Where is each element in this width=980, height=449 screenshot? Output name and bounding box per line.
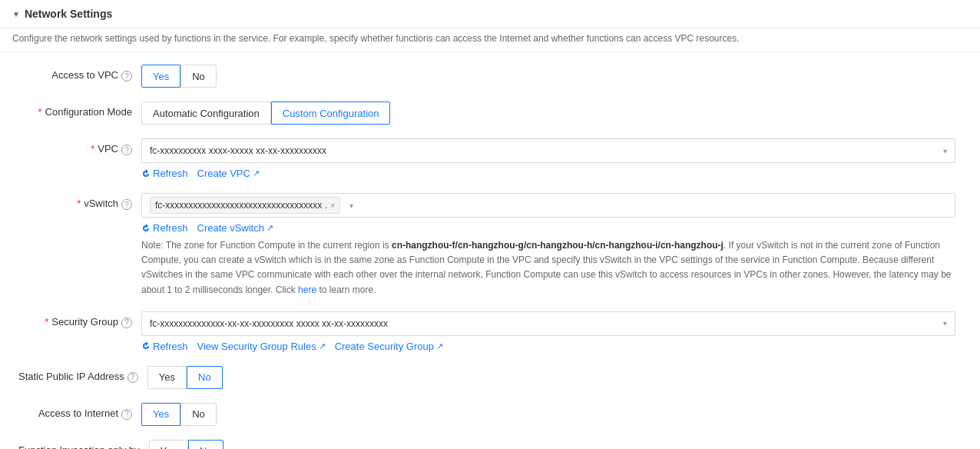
access-to-vpc-no-button[interactable]: No — [180, 65, 217, 88]
function-invocation-no-button[interactable]: No — [188, 440, 224, 449]
configuration-mode-control: Automatic Configuration Custom Configura… — [141, 101, 962, 125]
access-to-vpc-toggle: Yes No — [141, 65, 962, 88]
static-public-ip-help-icon[interactable]: ? — [127, 372, 138, 383]
vswitch-label: * vSwitch ? — [18, 193, 141, 210]
access-to-vpc-help-icon[interactable]: ? — [121, 71, 132, 81]
security-group-help-icon[interactable]: ? — [121, 318, 132, 328]
access-to-vpc-label: Access to VPC ? — [18, 65, 141, 81]
vswitch-help-icon[interactable]: ? — [121, 199, 132, 210]
vpc-create-external-icon: ↗ — [253, 168, 260, 178]
view-security-group-rules-external-icon: ↗ — [319, 341, 326, 351]
access-to-internet-row: Access to Internet ? Yes No — [18, 403, 962, 426]
create-security-group-link[interactable]: Create Security Group ↗ — [335, 341, 443, 352]
function-invocation-yes-button[interactable]: Yes — [149, 440, 188, 449]
vswitch-create-link[interactable]: Create vSwitch ↗ — [197, 222, 273, 234]
static-public-ip-label: Static Public IP Address ? — [18, 366, 147, 383]
static-public-ip-no-button[interactable]: No — [187, 366, 223, 389]
access-to-internet-control: Yes No — [141, 403, 962, 426]
security-group-label: * Security Group ? — [18, 311, 141, 328]
vpc-help-icon[interactable]: ? — [121, 145, 132, 155]
vswitch-note-here-link[interactable]: here — [298, 284, 316, 295]
security-group-refresh-link[interactable]: Refresh — [141, 341, 188, 352]
static-public-ip-control: Yes No — [147, 366, 962, 389]
vpc-refresh-link[interactable]: Refresh — [141, 168, 188, 179]
section-description: Configure the network settings used by f… — [0, 28, 980, 52]
vpc-label: * VPC ? — [18, 138, 141, 155]
vpc-refresh-icon — [141, 169, 151, 178]
vswitch-create-external-icon: ↗ — [267, 223, 273, 233]
access-to-internet-help-icon[interactable]: ? — [121, 409, 132, 420]
section-title: Network Settings — [25, 8, 112, 20]
static-public-ip-yes-button[interactable]: Yes — [147, 366, 187, 389]
function-invocation-toggle: Yes No — [149, 440, 962, 449]
vswitch-control: fc-xxxxxxxxxxxxxxxxxxxxxxxxxxxxxxxxxx . … — [141, 193, 962, 298]
vpc-control: fc-xxxxxxxxxx xxxx-xxxxx xx-xx-xxxxxxxxx… — [141, 138, 962, 179]
network-settings-section: ▼ Network Settings Configure the network… — [0, 0, 980, 449]
configuration-mode-label: * Configuration Mode — [18, 101, 141, 118]
function-invocation-control: Yes No — [149, 440, 962, 449]
access-to-vpc-yes-button[interactable]: Yes — [141, 65, 180, 88]
vswitch-note: Note: The zone for Function Compute in t… — [141, 238, 955, 298]
vswitch-refresh-link[interactable]: Refresh — [141, 222, 188, 234]
security-group-select-value: fc-xxxxxxxxxxxxxx-xx-xx-xxxxxxxxx xxxxx … — [150, 318, 937, 329]
access-to-internet-yes-button[interactable]: Yes — [141, 403, 180, 426]
access-to-internet-toggle: Yes No — [141, 403, 962, 426]
configuration-mode-row: * Configuration Mode Automatic Configura… — [18, 101, 962, 125]
access-to-vpc-row: Access to VPC ? Yes No — [18, 65, 962, 88]
static-public-ip-toggle: Yes No — [147, 366, 962, 389]
vswitch-select-arrow-icon: ▾ — [349, 201, 353, 210]
security-group-action-links: Refresh View Security Group Rules ↗ Crea… — [141, 341, 962, 352]
configuration-mode-toggle: Automatic Configuration Custom Configura… — [141, 101, 962, 125]
view-security-group-rules-link[interactable]: View Security Group Rules ↗ — [197, 341, 326, 352]
static-public-ip-row: Static Public IP Address ? Yes No — [18, 366, 962, 389]
create-security-group-external-icon: ↗ — [436, 341, 443, 351]
security-group-select[interactable]: fc-xxxxxxxxxxxxxx-xx-xx-xxxxxxxxx xxxxx … — [141, 311, 955, 336]
vpc-action-links: Refresh Create VPC ↗ — [141, 168, 962, 179]
access-to-vpc-control: Yes No — [141, 65, 962, 88]
vpc-row: * VPC ? fc-xxxxxxxxxx xxxx-xxxxx xx-xx-x… — [18, 138, 962, 179]
section-header[interactable]: ▼ Network Settings — [0, 0, 980, 28]
form-body: Access to VPC ? Yes No * Configuration M… — [0, 52, 980, 449]
security-group-select-arrow-icon: ▾ — [943, 319, 947, 328]
access-to-internet-no-button[interactable]: No — [180, 403, 217, 426]
vswitch-tag: fc-xxxxxxxxxxxxxxxxxxxxxxxxxxxxxxxxxx . … — [150, 197, 340, 214]
security-group-control: fc-xxxxxxxxxxxxxx-xx-xx-xxxxxxxxx xxxxx … — [141, 311, 962, 352]
automatic-config-button[interactable]: Automatic Configuration — [141, 101, 271, 125]
access-to-internet-label: Access to Internet ? — [18, 403, 141, 420]
vpc-create-link[interactable]: Create VPC ↗ — [197, 168, 260, 179]
custom-config-button[interactable]: Custom Configuration — [271, 101, 391, 125]
vpc-select-arrow-icon: ▾ — [943, 147, 947, 155]
function-invocation-label: Function Invocation only by Specified VP… — [18, 440, 149, 449]
vpc-select-value: fc-xxxxxxxxxx xxxx-xxxxx xx-xx-xxxxxxxxx… — [150, 145, 937, 156]
vswitch-action-links: Refresh Create vSwitch ↗ — [141, 222, 962, 234]
vswitch-refresh-icon — [141, 224, 151, 233]
vswitch-row: * vSwitch ? fc-xxxxxxxxxxxxxxxxxxxxxxxxx… — [18, 193, 962, 298]
security-group-row: * Security Group ? fc-xxxxxxxxxxxxxx-xx-… — [18, 311, 962, 352]
security-group-refresh-icon — [141, 341, 151, 351]
vswitch-tag-close-icon[interactable]: × — [330, 201, 335, 210]
collapse-arrow-icon: ▼ — [12, 10, 20, 18]
function-invocation-row: Function Invocation only by Specified VP… — [18, 440, 962, 449]
vswitch-select[interactable]: fc-xxxxxxxxxxxxxxxxxxxxxxxxxxxxxxxxxx . … — [141, 193, 955, 218]
vpc-select[interactable]: fc-xxxxxxxxxx xxxx-xxxxx xx-xx-xxxxxxxxx… — [141, 138, 955, 163]
